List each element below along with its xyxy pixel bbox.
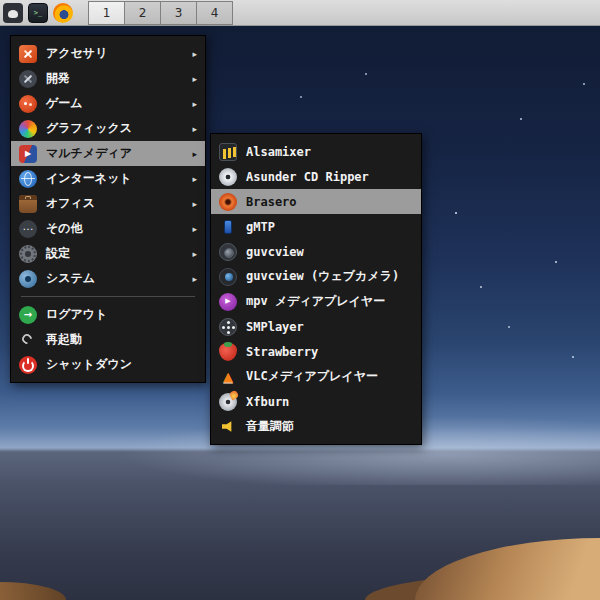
submenu-item-vlc[interactable]: VLCメディアプレイヤー bbox=[211, 364, 421, 389]
sand-dune bbox=[415, 538, 600, 600]
stars-decoration bbox=[0, 26, 2, 28]
submenu-item-label: Strawberry bbox=[246, 345, 318, 359]
settings-icon bbox=[19, 245, 37, 263]
menu-category-multimedia[interactable]: マルチメディア ▸ bbox=[11, 141, 205, 166]
guvcview-icon bbox=[219, 243, 237, 261]
menu-action-label: ログアウト bbox=[46, 306, 107, 323]
menu-category-other[interactable]: その他 ▸ bbox=[11, 216, 205, 241]
firefox-launcher-icon[interactable] bbox=[53, 3, 73, 23]
submenu-item-guvcview[interactable]: guvcview bbox=[211, 239, 421, 264]
workspace-label: 1 bbox=[103, 6, 111, 20]
chevron-right-icon: ▸ bbox=[192, 149, 197, 159]
submenu-item-label: Asunder CD Ripper bbox=[246, 170, 369, 184]
menu-category-label: マルチメディア bbox=[46, 145, 132, 162]
submenu-item-guvcview-webcam[interactable]: guvcview (ウェブカメラ) bbox=[211, 264, 421, 289]
workspace-label: 2 bbox=[139, 6, 147, 20]
submenu-item-label: guvcview bbox=[246, 245, 304, 259]
menu-category-label: インターネット bbox=[46, 170, 132, 187]
submenu-item-label: Xfburn bbox=[246, 395, 289, 409]
submenu-item-label: 音量調節 bbox=[246, 418, 294, 435]
menu-category-label: その他 bbox=[46, 220, 83, 237]
chevron-right-icon: ▸ bbox=[192, 74, 197, 84]
menu-category-label: システム bbox=[46, 270, 95, 287]
submenu-item-volume-control[interactable]: 音量調節 bbox=[211, 414, 421, 439]
workspace-button-3[interactable]: 3 bbox=[160, 1, 197, 25]
other-icon bbox=[19, 220, 37, 238]
multimedia-submenu: Alsamixer Asunder CD Ripper Brasero gMTP… bbox=[210, 133, 422, 445]
menu-category-label: 設定 bbox=[46, 245, 70, 262]
submenu-item-label: SMPlayer bbox=[246, 320, 304, 334]
menu-action-label: シャットダウン bbox=[46, 356, 132, 373]
submenu-item-label: VLCメディアプレイヤー bbox=[246, 368, 378, 385]
mpv-icon bbox=[219, 293, 237, 311]
sand-dune-left bbox=[0, 582, 66, 600]
submenu-item-strawberry[interactable]: Strawberry bbox=[211, 339, 421, 364]
multimedia-icon bbox=[19, 145, 37, 163]
submenu-item-alsamixer[interactable]: Alsamixer bbox=[211, 139, 421, 164]
submenu-item-brasero[interactable]: Brasero bbox=[211, 189, 421, 214]
logout-icon bbox=[19, 306, 37, 324]
vlc-icon bbox=[219, 368, 237, 386]
menu-category-graphics[interactable]: グラフィックス ▸ bbox=[11, 116, 205, 141]
workspace-button-1[interactable]: 1 bbox=[88, 1, 125, 25]
workspace-button-4[interactable]: 4 bbox=[196, 1, 233, 25]
menu-category-settings[interactable]: 設定 ▸ bbox=[11, 241, 205, 266]
smplayer-icon bbox=[219, 318, 237, 336]
menu-category-accessories[interactable]: アクセサリ ▸ bbox=[11, 41, 205, 66]
menu-category-office[interactable]: オフィス ▸ bbox=[11, 191, 205, 216]
chevron-right-icon: ▸ bbox=[192, 224, 197, 234]
internet-icon bbox=[19, 170, 37, 188]
menu-category-label: グラフィックス bbox=[46, 120, 132, 137]
menu-action-label: 再起動 bbox=[46, 331, 82, 348]
menu-category-label: 開発 bbox=[46, 70, 70, 87]
submenu-item-label: guvcview (ウェブカメラ) bbox=[246, 268, 399, 285]
top-panel: 1 2 3 4 bbox=[0, 0, 600, 26]
menu-category-label: アクセサリ bbox=[46, 45, 107, 62]
office-icon bbox=[19, 195, 37, 213]
menu-action-restart[interactable]: 再起動 bbox=[11, 327, 205, 352]
restart-icon bbox=[19, 331, 37, 349]
submenu-item-gmtp[interactable]: gMTP bbox=[211, 214, 421, 239]
accessories-icon bbox=[19, 45, 37, 63]
graphics-icon bbox=[19, 120, 37, 138]
menu-action-logout[interactable]: ログアウト bbox=[11, 302, 205, 327]
applications-menu-button[interactable] bbox=[3, 3, 23, 23]
menu-category-system[interactable]: システム ▸ bbox=[11, 266, 205, 291]
cd-ripper-icon bbox=[219, 168, 237, 186]
workspace-button-2[interactable]: 2 bbox=[124, 1, 161, 25]
submenu-item-label: Alsamixer bbox=[246, 145, 311, 159]
shutdown-icon bbox=[19, 356, 37, 374]
chevron-right-icon: ▸ bbox=[192, 274, 197, 284]
chevron-right-icon: ▸ bbox=[192, 174, 197, 184]
workspace-label: 3 bbox=[175, 6, 183, 20]
chevron-right-icon: ▸ bbox=[192, 199, 197, 209]
development-icon bbox=[19, 70, 37, 88]
submenu-item-xfburn[interactable]: Xfburn bbox=[211, 389, 421, 414]
menu-category-games[interactable]: ゲーム ▸ bbox=[11, 91, 205, 116]
menu-separator bbox=[21, 296, 195, 297]
terminal-launcher-icon[interactable] bbox=[28, 3, 48, 23]
chevron-right-icon: ▸ bbox=[192, 124, 197, 134]
menu-category-label: オフィス bbox=[46, 195, 95, 212]
submenu-item-asunder[interactable]: Asunder CD Ripper bbox=[211, 164, 421, 189]
chevron-right-icon: ▸ bbox=[192, 49, 197, 59]
submenu-item-label: Brasero bbox=[246, 195, 297, 209]
workspace-switcher: 1 2 3 4 bbox=[88, 1, 233, 25]
chevron-right-icon: ▸ bbox=[192, 249, 197, 259]
menu-action-shutdown[interactable]: シャットダウン bbox=[11, 352, 205, 377]
webcam-icon bbox=[219, 268, 237, 286]
submenu-item-label: mpv メディアプレイヤー bbox=[246, 293, 385, 310]
gmtp-icon bbox=[219, 218, 237, 236]
menu-category-development[interactable]: 開発 ▸ bbox=[11, 66, 205, 91]
menu-category-label: ゲーム bbox=[46, 95, 83, 112]
submenu-item-mpv[interactable]: mpv メディアプレイヤー bbox=[211, 289, 421, 314]
alsamixer-icon bbox=[219, 143, 237, 161]
applications-menu: アクセサリ ▸ 開発 ▸ ゲーム ▸ グラフィックス ▸ マルチメディア ▸ イ… bbox=[10, 35, 206, 383]
menu-category-internet[interactable]: インターネット ▸ bbox=[11, 166, 205, 191]
games-icon bbox=[19, 95, 37, 113]
volume-icon bbox=[219, 418, 237, 436]
chevron-right-icon: ▸ bbox=[192, 99, 197, 109]
system-icon bbox=[19, 270, 37, 288]
submenu-item-smplayer[interactable]: SMPlayer bbox=[211, 314, 421, 339]
submenu-item-label: gMTP bbox=[246, 220, 275, 234]
